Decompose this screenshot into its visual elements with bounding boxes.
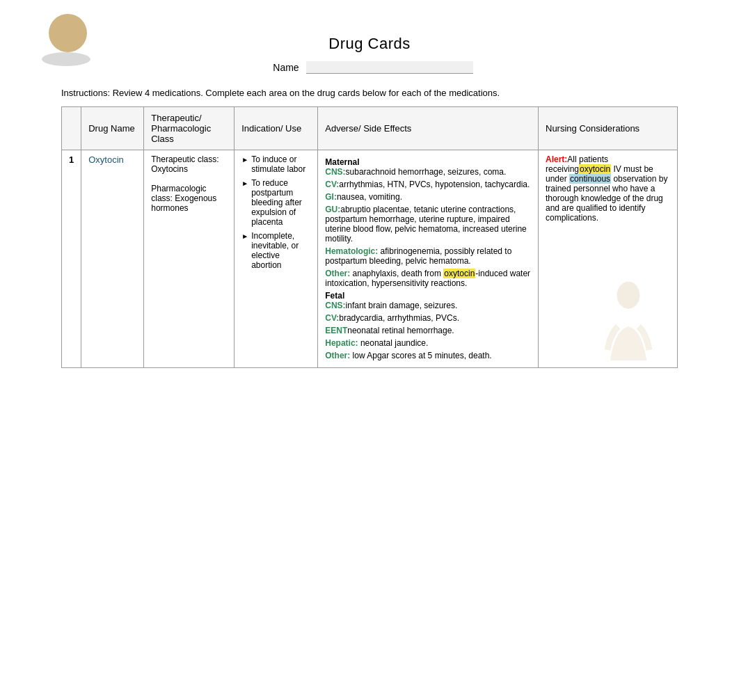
oxytocin-highlight-adverse: oxytocin bbox=[443, 269, 475, 278]
alert-label: Alert: bbox=[546, 154, 567, 164]
indication-text-2: To reduce postpartum bleeding after expu… bbox=[251, 178, 310, 227]
adverse-other-maternal: Other: anaphylaxis, death from oxytocin-… bbox=[325, 269, 531, 288]
adverse-cv-fetal: CV:bradycardia, arrhythmias, PVCs. bbox=[325, 313, 531, 323]
name-input-line[interactable] bbox=[306, 61, 473, 74]
hepatic-label-fetal: Hepatic: bbox=[325, 338, 358, 348]
continuous-highlight-nursing: continuous bbox=[569, 174, 611, 184]
drug-name-cell: Oxytocin bbox=[81, 150, 144, 368]
eent-label-fetal: EENT bbox=[325, 326, 347, 335]
cns-label-maternal: CNS: bbox=[325, 167, 345, 177]
col-adverse: Adverse/ Side Effects bbox=[318, 107, 539, 150]
pharmacologic-class-text: Pharmacologic class: Exogenous hormones bbox=[151, 184, 216, 213]
hematologic-label-maternal: Hematologic: bbox=[325, 246, 378, 256]
cv-label-fetal: CV: bbox=[325, 313, 339, 323]
col-nursing: Nursing Considerations bbox=[539, 107, 678, 150]
col-indication: Indication/ Use bbox=[235, 107, 318, 150]
adverse-gu: GU:abruptio placentae, tetanic uterine c… bbox=[325, 205, 531, 244]
indication-cell: ► To induce or stimulate labor ► To redu… bbox=[235, 150, 318, 368]
adverse-gi: GI:nausea, vomiting. bbox=[325, 192, 531, 202]
bullet-2: ► bbox=[241, 180, 248, 227]
indication-text-3: Incomplete, inevitable, or elective abor… bbox=[251, 231, 310, 270]
cns-text-fetal: infant brain damage, seizures. bbox=[346, 301, 458, 310]
table-header-row: Drug Name Therapeutic/ Pharmacologic Cla… bbox=[62, 107, 678, 150]
bullet-3: ► bbox=[241, 232, 248, 270]
adverse-cns: CNS:subarachnoid hemorrhage, seizures, c… bbox=[325, 167, 531, 177]
other-text-before: anaphylaxis, death from bbox=[350, 269, 443, 278]
row-number: 1 bbox=[62, 150, 81, 368]
name-field-label: Name bbox=[273, 62, 299, 73]
instructions-text: Instructions: Review 4 medications. Comp… bbox=[61, 88, 678, 98]
drug-name-link[interactable]: Oxytocin bbox=[88, 154, 124, 165]
gi-label-maternal: GI: bbox=[325, 192, 337, 202]
nurse-silhouette bbox=[583, 277, 674, 360]
col-therapeutic: Therapeutic/ Pharmacologic Class bbox=[144, 107, 235, 150]
adverse-cv: CV:arrhythmias, HTN, PVCs, hypotension, … bbox=[325, 180, 531, 189]
gi-text-maternal: nausea, vomiting. bbox=[337, 192, 402, 202]
drug-table: Drug Name Therapeutic/ Pharmacologic Cla… bbox=[61, 106, 678, 368]
name-row: Name bbox=[266, 61, 472, 74]
indication-text-1: To induce or stimulate labor bbox=[251, 154, 310, 174]
adverse-eent-fetal: EENTneonatal retinal hemorrhage. bbox=[325, 326, 531, 335]
table-row: 1 Oxytocin Therapeutic class: Oxytocins … bbox=[62, 150, 678, 368]
cns-text-maternal: subarachnoid hemorrhage, seizures, coma. bbox=[346, 167, 507, 177]
svg-point-0 bbox=[617, 282, 640, 309]
gu-label-maternal: GU: bbox=[325, 205, 340, 214]
maternal-label: Maternal bbox=[325, 157, 531, 167]
indication-item-3: ► Incomplete, inevitable, or elective ab… bbox=[241, 231, 310, 270]
other-text-fetal: low Apgar scores at 5 minutes, death. bbox=[350, 351, 491, 360]
col-drug-name: Drug Name bbox=[81, 107, 144, 150]
cv-text-fetal: bradycardia, arrhythmias, PVCs. bbox=[339, 313, 459, 323]
fetal-label: Fetal bbox=[325, 291, 531, 301]
adverse-hematologic: Hematologic: afibrinogenemia, possibly r… bbox=[325, 246, 531, 266]
therapeutic-class-text: Therapeutic class: Oxytocins bbox=[151, 154, 218, 174]
gu-text-maternal: abruptio placentae, tetanic uterine cont… bbox=[325, 205, 527, 244]
adverse-other-fetal: Other: low Apgar scores at 5 minutes, de… bbox=[325, 351, 531, 360]
cv-label-maternal: CV: bbox=[325, 180, 339, 189]
indication-item-1: ► To induce or stimulate labor bbox=[241, 154, 310, 174]
adverse-cell: Maternal CNS:subarachnoid hemorrhage, se… bbox=[318, 150, 539, 368]
bullet-1: ► bbox=[241, 156, 248, 174]
oxytocin-highlight-nursing: oxytocin bbox=[579, 164, 611, 174]
adverse-cns-fetal: CNS:infant brain damage, seizures. bbox=[325, 301, 531, 310]
cv-text-maternal: arrhythmias, HTN, PVCs, hypotension, tac… bbox=[339, 180, 530, 189]
nursing-content: Alert:All patients receivingoxytocin IV … bbox=[546, 154, 670, 223]
hepatic-text-fetal: neonatal jaundice. bbox=[358, 338, 429, 348]
therapeutic-cell: Therapeutic class: Oxytocins Pharmacolog… bbox=[144, 150, 235, 368]
other-label-maternal: Other: bbox=[325, 269, 350, 278]
nursing-cell: Alert:All patients receivingoxytocin IV … bbox=[539, 150, 678, 368]
other-label-fetal: Other: bbox=[325, 351, 350, 360]
header: Drug Cards Name bbox=[0, 0, 739, 74]
logo bbox=[42, 10, 97, 66]
page-title: Drug Cards bbox=[328, 35, 410, 53]
indication-item-2: ► To reduce postpartum bleeding after ex… bbox=[241, 178, 310, 227]
col-num bbox=[62, 107, 81, 150]
cns-label-fetal: CNS: bbox=[325, 301, 345, 310]
indication-list: ► To induce or stimulate labor ► To redu… bbox=[241, 154, 310, 270]
eent-text-fetal: neonatal retinal hemorrhage. bbox=[347, 326, 454, 335]
adverse-hepatic-fetal: Hepatic: neonatal jaundice. bbox=[325, 338, 531, 348]
